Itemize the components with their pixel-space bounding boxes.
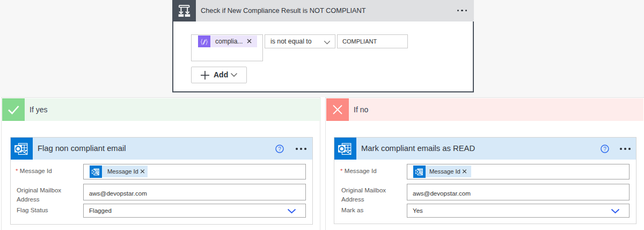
svg-text:?: ? (278, 146, 281, 152)
svg-text:?: ? (603, 146, 606, 152)
